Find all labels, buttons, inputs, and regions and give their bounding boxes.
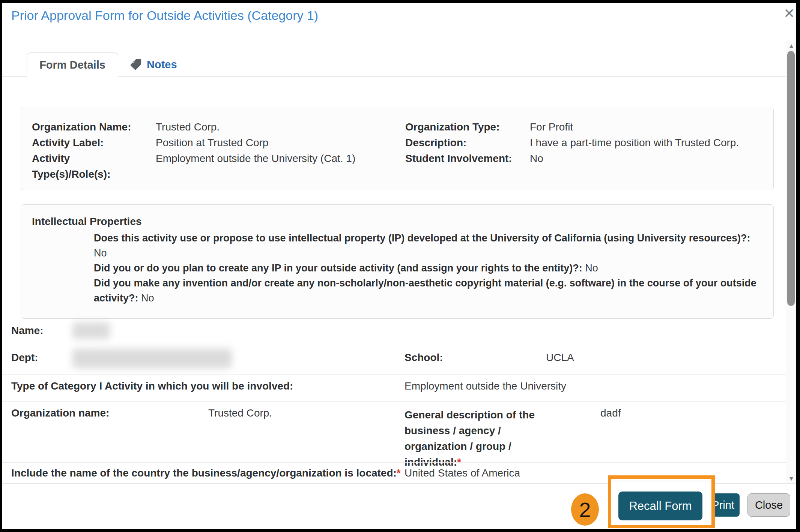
summary-label: Activity Label:	[32, 135, 156, 151]
ip-question-2: Did you or do you plan to create any IP …	[94, 262, 582, 274]
tab-notes[interactable]: Notes	[129, 52, 177, 76]
name-label: Name:	[11, 325, 44, 337]
scrollbar-thumb[interactable]	[787, 51, 795, 306]
summary-label: Activity Type(s)/Role(s):	[32, 151, 156, 182]
summary-value: Employment outside the University (Cat. …	[156, 151, 405, 182]
annotation-inner-line	[612, 481, 711, 481]
scrollbar-down-icon[interactable]: ▼	[786, 475, 796, 482]
tabbar-underline	[2, 76, 796, 77]
ip-question-3: Did you make any invention and/or create…	[94, 277, 756, 304]
activity-summary-grid: Organization Name: Trusted Corp. Organiz…	[32, 119, 764, 182]
category-type-label: Type of Category I Activity in which you…	[11, 380, 293, 392]
general-description-label: General description of the business / ag…	[405, 407, 556, 470]
row-divider	[2, 462, 786, 463]
row-divider	[2, 401, 786, 402]
scrollbar-up-icon[interactable]: ▲	[786, 43, 796, 49]
summary-value: Trusted Corp.	[156, 119, 405, 135]
close-button[interactable]: Close	[747, 493, 790, 517]
ip-heading: Intellectual Properties	[32, 216, 142, 228]
screenshot-stage: Prior Approval Form for Outside Activiti…	[0, 0, 800, 532]
required-asterisk: *	[397, 467, 401, 479]
general-description-value: dadf	[600, 407, 621, 419]
country-label: Include the name of the country the busi…	[11, 467, 401, 479]
summary-label: Organization Type:	[405, 119, 530, 135]
organization-name-label: Organization name:	[11, 407, 109, 419]
category-type-value: Employment outside the University	[405, 380, 566, 392]
school-value: UCLA	[546, 352, 574, 364]
close-icon[interactable]: ✕	[783, 7, 795, 20]
recall-form-button[interactable]: Recall Form	[618, 492, 702, 520]
summary-label: Student Involvement:	[405, 151, 530, 182]
summary-value: Position at Trusted Corp	[156, 135, 405, 151]
summary-value: I have a part-time position with Trusted…	[530, 135, 764, 151]
school-label: School:	[405, 352, 443, 364]
dept-value-redacted	[72, 349, 232, 368]
tab-notes-label: Notes	[147, 58, 177, 71]
ip-answer-3: No	[141, 292, 154, 304]
ip-question-1: Does this activity use or propose to use…	[94, 232, 750, 244]
row-divider	[2, 374, 786, 375]
country-value: United States of America	[405, 467, 520, 479]
tab-form-details[interactable]: Form Details	[27, 52, 118, 77]
annotation-step-badge: 2	[571, 493, 599, 526]
row-divider	[2, 347, 786, 347]
organization-name-value: Trusted Corp.	[208, 407, 272, 419]
tag-icon	[129, 58, 142, 71]
summary-value: For Profit	[530, 119, 764, 135]
summary-value: No	[530, 151, 764, 182]
dept-label: Dept:	[11, 352, 38, 364]
ip-answer-1: No	[94, 247, 107, 259]
summary-label: Description:	[405, 135, 530, 151]
modal-title: Prior Approval Form for Outside Activiti…	[11, 8, 318, 23]
name-value-redacted	[72, 322, 110, 339]
summary-label: Organization Name:	[32, 119, 156, 135]
ip-answer-2: No	[585, 262, 598, 274]
ip-questions: Does this activity use or propose to use…	[94, 231, 773, 306]
header-divider	[2, 40, 796, 40]
